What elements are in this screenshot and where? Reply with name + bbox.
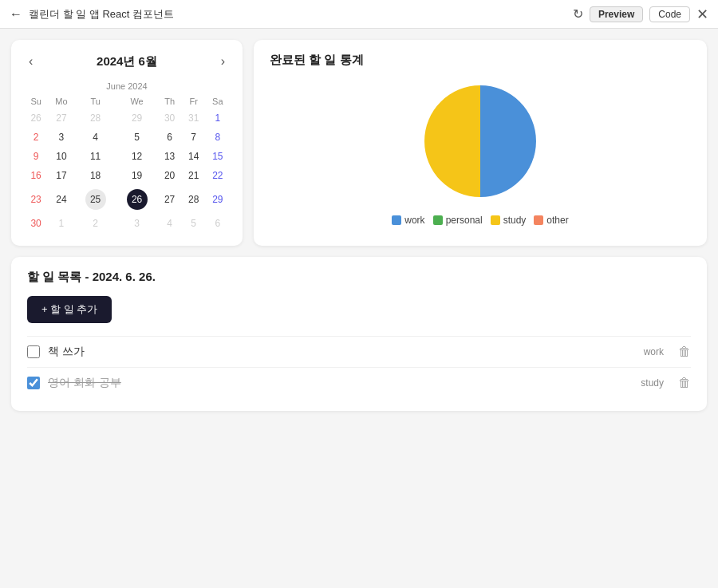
calendar-day[interactable]: 25 <box>75 185 116 214</box>
prev-month-button[interactable]: ‹ <box>24 53 37 70</box>
mini-calendar: June 2024 SuMoTuWeThFrSa 262728293031123… <box>24 81 230 233</box>
topbar-title: 캘린더 할 일 앱 React 컴포넌트 <box>29 7 566 22</box>
calendar-day[interactable]: 31 <box>182 109 206 128</box>
legend-other: other <box>534 215 568 226</box>
refresh-button[interactable]: ↻ <box>573 6 583 22</box>
calendar-day[interactable]: 29 <box>206 185 230 214</box>
calendar-day[interactable]: 23 <box>24 185 48 214</box>
pie-chart <box>416 77 544 205</box>
calendar-day[interactable]: 20 <box>158 166 182 185</box>
todo-delete-button[interactable]: 🗑 <box>678 345 691 359</box>
back-icon: ← <box>10 7 22 22</box>
other-dot <box>534 215 543 225</box>
todo-checkbox[interactable] <box>27 377 40 389</box>
weekday-header: Th <box>158 94 182 109</box>
work-dot <box>392 215 401 225</box>
calendar-day[interactable]: 28 <box>182 185 206 214</box>
add-todo-button[interactable]: + 할 일 추가 <box>27 296 112 323</box>
calendar-header: ‹ 2024년 6월 › <box>24 53 230 70</box>
weekday-header: Fr <box>182 94 206 109</box>
back-button[interactable]: ← <box>10 7 22 22</box>
calendar-day[interactable]: 16 <box>24 166 48 185</box>
todo-delete-button[interactable]: 🗑 <box>678 376 691 390</box>
personal-dot <box>433 215 443 225</box>
calendar-panel: ‹ 2024년 6월 › June 2024 SuMoTuWeThFrSa 26… <box>11 40 243 246</box>
calendar-day[interactable]: 12 <box>116 147 158 166</box>
code-button[interactable]: Code <box>649 6 690 22</box>
calendar-day[interactable]: 24 <box>48 185 74 214</box>
todo-category: work <box>644 346 664 357</box>
legend-study: study <box>491 215 527 226</box>
calendar-day[interactable]: 18 <box>75 166 116 185</box>
calendar-day[interactable]: 5 <box>182 214 206 233</box>
calendar-day[interactable]: 1 <box>48 214 74 233</box>
calendar-day[interactable]: 6 <box>206 214 230 233</box>
next-month-button[interactable]: › <box>216 53 230 70</box>
top-row: ‹ 2024년 6월 › June 2024 SuMoTuWeThFrSa 26… <box>11 40 707 246</box>
stats-title: 완료된 할 일 통계 <box>270 53 691 68</box>
calendar-day[interactable]: 8 <box>206 128 230 147</box>
weekday-header: Sa <box>206 94 230 109</box>
todo-panel: 할 일 목록 - 2024. 6. 26. + 할 일 추가 책 쓰가work🗑… <box>11 257 707 411</box>
todo-item: 책 쓰가work🗑 <box>27 336 691 367</box>
todo-checkbox[interactable] <box>27 345 40 358</box>
calendar-day[interactable]: 14 <box>182 147 206 166</box>
main-content: ‹ 2024년 6월 › June 2024 SuMoTuWeThFrSa 26… <box>0 29 718 588</box>
calendar-day[interactable]: 2 <box>24 128 48 147</box>
calendar-day[interactable]: 11 <box>75 147 116 166</box>
calendar-day[interactable]: 4 <box>158 214 182 233</box>
mini-calendar-caption: June 2024 <box>24 81 230 91</box>
calendar-day[interactable]: 19 <box>116 166 158 185</box>
topbar: ← 캘린더 할 일 앱 React 컴포넌트 ↻ Preview Code ✕ <box>0 0 718 29</box>
todo-header: 할 일 목록 - 2024. 6. 26. <box>27 270 691 285</box>
calendar-day[interactable]: 29 <box>116 109 158 128</box>
calendar-day[interactable]: 15 <box>206 147 230 166</box>
study-dot <box>491 215 500 225</box>
calendar-day[interactable]: 4 <box>75 128 116 147</box>
close-button[interactable]: ✕ <box>696 6 708 23</box>
legend-work: work <box>392 215 424 226</box>
calendar-day[interactable]: 28 <box>75 109 116 128</box>
preview-button[interactable]: Preview <box>590 6 643 22</box>
calendar-day[interactable]: 27 <box>48 109 74 128</box>
calendar-day[interactable]: 2 <box>75 214 116 233</box>
weekday-header: We <box>116 94 158 109</box>
calendar-day[interactable]: 30 <box>158 109 182 128</box>
calendar-day[interactable]: 7 <box>182 128 206 147</box>
work-label: work <box>404 215 424 226</box>
calendar-day[interactable]: 26 <box>24 109 48 128</box>
legend-row-2: other <box>534 215 568 226</box>
stats-panel: 완료된 할 일 통계 work <box>254 40 707 246</box>
calendar-day[interactable]: 9 <box>24 147 48 166</box>
calendar-day[interactable]: 26 <box>116 185 158 214</box>
calendar-day[interactable]: 3 <box>116 214 158 233</box>
close-icon: ✕ <box>696 6 708 23</box>
todo-category: study <box>641 377 664 389</box>
weekday-header: Tu <box>75 94 116 109</box>
calendar-day[interactable]: 30 <box>24 214 48 233</box>
todo-text: 영어 회화 공부 <box>48 376 633 390</box>
calendar-month-title: 2024년 6월 <box>97 54 157 69</box>
legend-row-1: work personal study <box>392 215 526 226</box>
todo-list: 책 쓰가work🗑영어 회화 공부study🗑 <box>27 336 691 398</box>
personal-label: personal <box>446 215 483 226</box>
pie-container: work personal study <box>270 77 691 226</box>
calendar-day[interactable]: 3 <box>48 128 74 147</box>
weekday-header: Mo <box>48 94 74 109</box>
weekday-header: Su <box>24 94 48 109</box>
other-label: other <box>546 215 568 226</box>
calendar-day[interactable]: 22 <box>206 166 230 185</box>
calendar-day[interactable]: 6 <box>158 128 182 147</box>
todo-text: 책 쓰가 <box>48 345 636 359</box>
legend: work personal study <box>392 215 568 226</box>
calendar-day[interactable]: 17 <box>48 166 74 185</box>
legend-personal: personal <box>433 215 483 226</box>
todo-item: 영어 회화 공부study🗑 <box>27 367 691 398</box>
calendar-day[interactable]: 10 <box>48 147 74 166</box>
calendar-day[interactable]: 5 <box>116 128 158 147</box>
refresh-icon: ↻ <box>573 6 583 22</box>
calendar-day[interactable]: 21 <box>182 166 206 185</box>
calendar-day[interactable]: 1 <box>206 109 230 128</box>
calendar-day[interactable]: 13 <box>158 147 182 166</box>
calendar-day[interactable]: 27 <box>158 185 182 214</box>
